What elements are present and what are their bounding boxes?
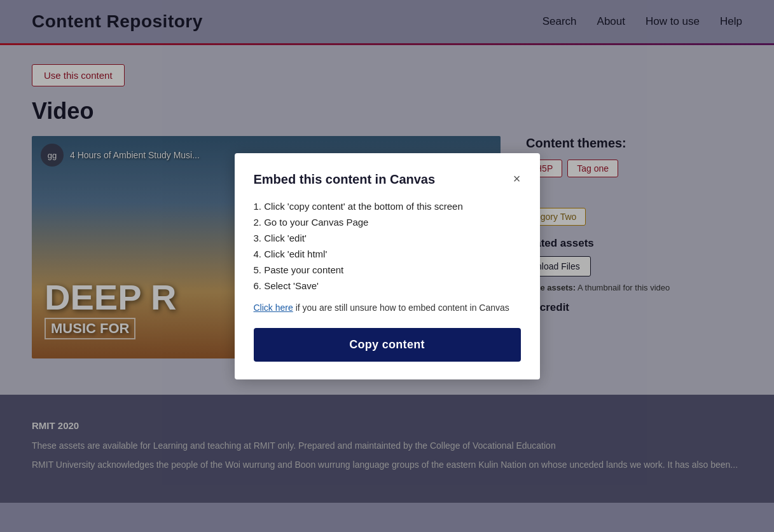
modal-step-4: Click 'edit html' <box>254 249 521 259</box>
modal-link-row: Click here if you are still unsure how t… <box>254 303 521 313</box>
modal-overlay[interactable]: Embed this content in Canvas × Click 'co… <box>0 0 774 532</box>
modal-title: Embed this content in Canvas <box>254 172 436 187</box>
canvas-help-link[interactable]: Click here <box>254 303 293 313</box>
embed-modal: Embed this content in Canvas × Click 'co… <box>235 153 540 379</box>
modal-step-2: Go to your Canvas Page <box>254 217 521 228</box>
copy-content-button[interactable]: Copy content <box>254 328 521 362</box>
modal-step-5: Paste your content <box>254 264 521 275</box>
modal-link-suffix: if you are still unsure how to embed con… <box>293 303 509 313</box>
modal-header: Embed this content in Canvas × <box>254 172 521 187</box>
modal-close-button[interactable]: × <box>513 172 521 185</box>
modal-step-6: Select 'Save' <box>254 280 521 291</box>
modal-step-1: Click 'copy content' at the bottom of th… <box>254 201 521 212</box>
modal-step-3: Click 'edit' <box>254 233 521 243</box>
modal-steps: Click 'copy content' at the bottom of th… <box>254 201 521 291</box>
